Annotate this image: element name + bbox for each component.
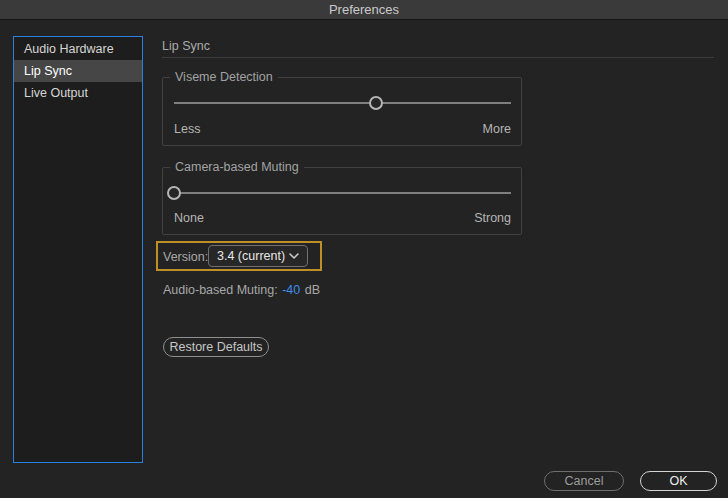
camera-slider-track[interactable] <box>174 192 511 194</box>
viseme-slider-track[interactable] <box>174 102 511 104</box>
audio-muting-unit: dB <box>305 283 320 297</box>
preferences-dialog: Preferences Audio Hardware Lip Sync Live… <box>0 0 728 498</box>
sidebar-item-live-output[interactable]: Live Output <box>14 82 142 104</box>
audio-based-muting-row: Audio-based Muting: -40 dB <box>163 283 320 297</box>
cancel-button[interactable]: Cancel <box>544 471 624 491</box>
camera-slider-labels: None Strong <box>174 211 511 225</box>
camera-min-label: None <box>174 211 204 225</box>
restore-defaults-button[interactable]: Restore Defaults <box>163 337 269 357</box>
sidebar-item-lip-sync[interactable]: Lip Sync <box>14 60 142 82</box>
preferences-category-list: Audio Hardware Lip Sync Live Output <box>13 36 143 463</box>
version-dropdown[interactable]: 3.4 (current) <box>208 245 308 267</box>
camera-max-label: Strong <box>474 211 511 225</box>
sidebar-item-audio-hardware[interactable]: Audio Hardware <box>14 38 142 60</box>
viseme-min-label: Less <box>174 122 200 136</box>
viseme-detection-legend: Viseme Detection <box>170 70 278 85</box>
chevron-down-icon <box>289 253 307 260</box>
camera-slider-thumb[interactable] <box>167 186 181 200</box>
viseme-max-label: More <box>483 122 511 136</box>
camera-muting-legend: Camera-based Muting <box>170 160 304 175</box>
version-label: Version: <box>163 250 208 264</box>
camera-muting-slider[interactable] <box>174 185 511 201</box>
header-divider <box>162 57 714 58</box>
page-title: Lip Sync <box>162 39 210 53</box>
audio-muting-value[interactable]: -40 <box>281 283 301 297</box>
viseme-slider-thumb[interactable] <box>369 96 383 110</box>
ok-button[interactable]: OK <box>640 471 717 491</box>
title-bar[interactable]: Preferences <box>0 0 728 20</box>
viseme-detection-slider[interactable] <box>174 95 511 111</box>
viseme-detection-group: Viseme Detection Less More <box>162 77 522 146</box>
audio-muting-label: Audio-based Muting: <box>163 283 278 297</box>
camera-based-muting-group: Camera-based Muting None Strong <box>162 167 522 235</box>
window-title: Preferences <box>329 2 399 17</box>
version-dropdown-value: 3.4 (current) <box>209 249 289 263</box>
viseme-slider-labels: Less More <box>174 122 511 136</box>
